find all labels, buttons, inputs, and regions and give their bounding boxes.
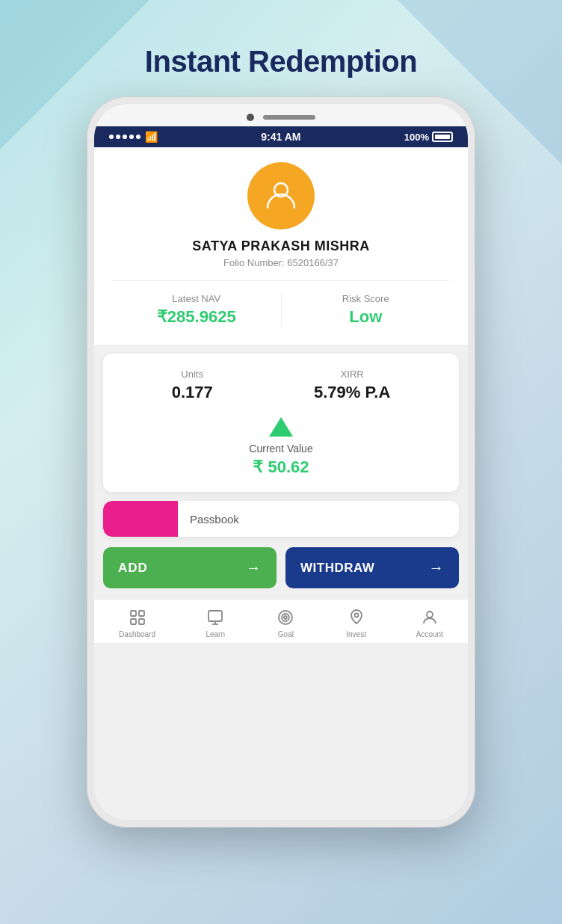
phone-frame: 📶 9:41 AM 100% [87, 96, 475, 828]
tab-invest[interactable]: Invest [346, 607, 367, 638]
passbook-tab[interactable] [103, 501, 178, 537]
tab-dashboard-label: Dashboard [119, 630, 155, 638]
learn-icon [205, 607, 226, 628]
status-battery: 100% [404, 132, 453, 143]
withdraw-arrow-icon: → [429, 559, 445, 576]
units-value: 0.177 [172, 383, 213, 402]
svg-point-10 [284, 616, 287, 619]
speaker-icon [263, 115, 315, 120]
trend-up-icon [269, 417, 293, 437]
goal-icon [275, 607, 296, 628]
withdraw-button[interactable]: WITHDRAW → [285, 547, 459, 588]
phone-top-bar [94, 104, 468, 126]
app-content: SATYA PRAKASH MISHRA Folio Number: 65201… [94, 147, 468, 820]
svg-point-12 [427, 612, 433, 617]
passbook-row[interactable]: Passbook [103, 501, 459, 537]
tab-goal[interactable]: Goal [275, 607, 296, 638]
account-icon [419, 607, 440, 628]
tab-dashboard[interactable]: Dashboard [119, 607, 155, 638]
svg-rect-5 [209, 611, 222, 621]
page-title: Instant Redemption [145, 45, 417, 78]
risk-stat: Risk Score Low [282, 293, 451, 327]
wifi-icon: 📶 [145, 131, 158, 143]
folio-number: Folio Number: 6520166/37 [223, 257, 339, 268]
status-signal: 📶 [109, 131, 158, 143]
svg-point-8 [279, 611, 292, 624]
tab-goal-label: Goal [278, 630, 294, 638]
add-label: ADD [118, 561, 148, 576]
current-value-label: Current Value [249, 443, 312, 455]
risk-label: Risk Score [342, 293, 389, 304]
current-value-section: Current Value ₹ 50.62 [121, 417, 441, 477]
tab-learn[interactable]: Learn [205, 607, 226, 638]
tab-invest-label: Invest [346, 630, 366, 638]
invest-icon [346, 607, 367, 628]
withdraw-label: WITHDRAW [300, 561, 374, 576]
svg-rect-3 [131, 619, 136, 624]
svg-rect-1 [131, 611, 136, 616]
svg-point-9 [282, 614, 289, 621]
tab-account-label: Account [416, 630, 443, 638]
svg-point-11 [354, 614, 358, 617]
units-label: Units [181, 369, 203, 380]
user-icon [263, 176, 299, 215]
units-xirr-row: Units 0.177 XIRR 5.79% P.A [121, 369, 441, 402]
dashboard-icon [127, 607, 148, 628]
risk-value: Low [349, 307, 382, 327]
xirr-value: 5.79% P.A [314, 383, 390, 402]
battery-icon [432, 132, 453, 142]
tab-learn-label: Learn [206, 630, 225, 638]
user-name: SATYA PRAKASH MISHRA [192, 238, 369, 254]
units-block: Units 0.177 [172, 369, 213, 402]
add-button[interactable]: ADD → [103, 547, 277, 588]
nav-stat: Latest NAV ₹285.9625 [112, 293, 282, 327]
stats-row: Latest NAV ₹285.9625 Risk Score Low [112, 280, 450, 327]
current-value: ₹ 50.62 [253, 458, 309, 477]
svg-rect-2 [139, 611, 144, 616]
phone-screen: 📶 9:41 AM 100% [94, 104, 468, 820]
passbook-label: Passbook [178, 513, 239, 526]
status-bar: 📶 9:41 AM 100% [94, 126, 468, 147]
action-buttons: ADD → WITHDRAW → [103, 547, 459, 588]
nav-value: ₹285.9625 [157, 307, 236, 327]
phone-wrapper: 📶 9:41 AM 100% [64, 96, 498, 924]
units-card: Units 0.177 XIRR 5.79% P.A Current Value… [103, 354, 459, 492]
add-arrow-icon: → [246, 559, 262, 576]
bottom-nav: Dashboard Learn [94, 599, 468, 643]
xirr-label: XIRR [341, 369, 364, 380]
status-time: 9:41 AM [261, 131, 300, 143]
xirr-block: XIRR 5.79% P.A [314, 369, 390, 402]
tab-account[interactable]: Account [416, 607, 443, 638]
svg-rect-4 [139, 619, 144, 624]
nav-label: Latest NAV [172, 293, 220, 304]
camera-icon [247, 114, 254, 121]
profile-card: SATYA PRAKASH MISHRA Folio Number: 65201… [94, 147, 468, 345]
avatar [247, 162, 315, 230]
